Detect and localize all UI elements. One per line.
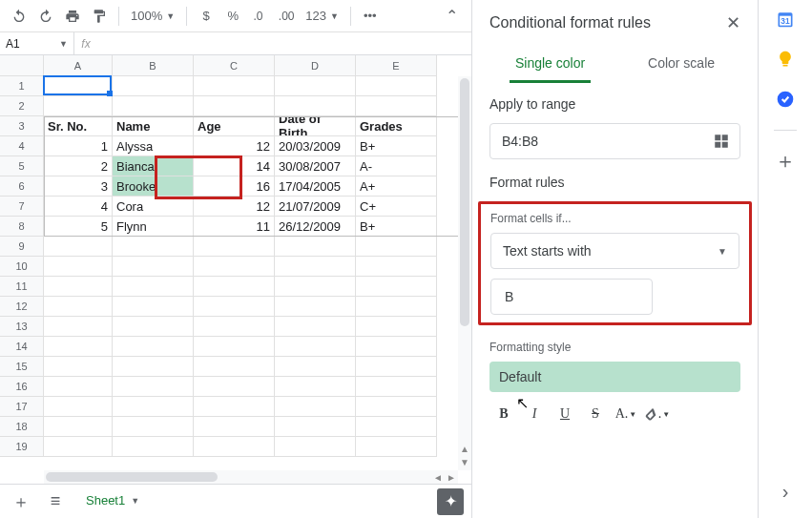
row-header[interactable]: 10 — [0, 257, 44, 277]
cell[interactable]: B+ — [356, 217, 437, 237]
cell[interactable] — [194, 317, 275, 337]
cell[interactable]: A+ — [356, 176, 437, 197]
cell[interactable] — [356, 277, 437, 297]
horizontal-scrollbar[interactable]: ◄► — [44, 470, 458, 484]
cell[interactable]: C+ — [356, 197, 437, 217]
paint-format-button[interactable] — [88, 5, 111, 28]
add-sheet-button[interactable]: ＋ — [8, 488, 34, 515]
cell[interactable] — [113, 357, 194, 377]
cell[interactable] — [113, 417, 194, 437]
cell[interactable]: Flynn — [113, 217, 194, 237]
cell[interactable]: 30/08/2007 — [275, 156, 356, 176]
spreadsheet-grid[interactable]: ABCDE 12345678910111213141516171819 Sr. … — [0, 55, 471, 484]
cell[interactable] — [44, 417, 113, 437]
cell[interactable] — [194, 76, 275, 96]
cell[interactable] — [356, 257, 437, 277]
cell[interactable] — [44, 437, 113, 457]
row-header[interactable]: 18 — [0, 417, 44, 437]
select-range-icon[interactable] — [713, 133, 730, 150]
cell[interactable] — [194, 257, 275, 277]
cell[interactable] — [356, 297, 437, 317]
cell[interactable]: 5 — [44, 217, 113, 237]
cell[interactable] — [44, 277, 113, 297]
italic-button[interactable]: I — [520, 400, 549, 428]
cell[interactable]: Name — [113, 116, 194, 136]
row-header[interactable]: 4 — [0, 136, 44, 156]
cell[interactable] — [275, 96, 356, 116]
hide-rail-button[interactable]: › — [782, 481, 789, 503]
row-header[interactable]: 9 — [0, 237, 44, 257]
cell[interactable] — [356, 357, 437, 377]
row-header[interactable]: 1 — [0, 76, 44, 96]
row-header[interactable]: 7 — [0, 197, 44, 217]
increase-decimal-button[interactable]: .00 — [275, 5, 298, 28]
cell[interactable] — [113, 317, 194, 337]
undo-button[interactable] — [8, 5, 31, 28]
cell[interactable] — [194, 337, 275, 357]
column-header[interactable]: D — [275, 55, 356, 76]
cell[interactable]: 4 — [44, 197, 113, 217]
cell[interactable] — [194, 417, 275, 437]
cell[interactable] — [44, 96, 113, 116]
more-formats-dropdown[interactable]: 123▼ — [302, 9, 343, 23]
cell[interactable] — [194, 357, 275, 377]
cell[interactable] — [44, 357, 113, 377]
cell[interactable] — [113, 257, 194, 277]
cell[interactable]: Cora — [113, 197, 194, 217]
zoom-dropdown[interactable]: 100%▼ — [127, 9, 178, 23]
cell[interactable]: Sr. No. — [44, 116, 113, 136]
cell[interactable]: 26/12/2009 — [275, 217, 356, 237]
cell[interactable] — [275, 377, 356, 397]
cell[interactable]: 11 — [194, 217, 275, 237]
cell[interactable] — [44, 76, 113, 96]
range-input[interactable] — [489, 123, 740, 159]
row-header[interactable]: 3 — [0, 116, 44, 136]
cell[interactable] — [113, 237, 194, 257]
cell[interactable] — [356, 397, 437, 417]
style-preview[interactable]: Default — [489, 362, 740, 392]
cell[interactable] — [113, 297, 194, 317]
row-header[interactable]: 8 — [0, 217, 44, 237]
cell[interactable] — [113, 277, 194, 297]
text-color-button[interactable]: A.▼ — [612, 400, 640, 428]
row-header[interactable]: 15 — [0, 357, 44, 377]
underline-button[interactable]: U — [551, 400, 579, 428]
column-header[interactable]: B — [113, 55, 194, 76]
cell[interactable] — [356, 76, 437, 96]
cell[interactable] — [44, 377, 113, 397]
cell[interactable] — [356, 237, 437, 257]
cell[interactable]: B+ — [356, 136, 437, 156]
cell[interactable] — [113, 96, 194, 116]
cell[interactable]: Date of Birth — [275, 116, 356, 136]
print-button[interactable] — [61, 5, 84, 28]
formula-bar[interactable] — [97, 32, 471, 54]
cell[interactable]: 16 — [194, 176, 275, 197]
row-header[interactable]: 13 — [0, 317, 44, 337]
cell[interactable] — [194, 237, 275, 257]
condition-value-input[interactable] — [490, 279, 653, 315]
cell[interactable] — [356, 437, 437, 457]
more-toolbar-button[interactable]: ••• — [359, 5, 382, 28]
cell[interactable] — [44, 397, 113, 417]
tasks-icon[interactable] — [776, 90, 795, 109]
sheet-tab[interactable]: Sheet1▼ — [76, 487, 149, 515]
cell[interactable] — [356, 417, 437, 437]
cell[interactable] — [275, 337, 356, 357]
cell[interactable] — [275, 417, 356, 437]
cell[interactable]: 1 — [44, 136, 113, 156]
row-header[interactable]: 2 — [0, 96, 44, 116]
cell[interactable] — [113, 337, 194, 357]
percent-button[interactable]: % — [221, 5, 244, 28]
vertical-scrollbar[interactable]: ▲▼ — [458, 76, 471, 470]
strikethrough-button[interactable]: S — [581, 400, 610, 428]
cell[interactable] — [44, 237, 113, 257]
cell[interactable] — [275, 257, 356, 277]
cell[interactable] — [356, 337, 437, 357]
cell[interactable] — [275, 397, 356, 417]
cell[interactable] — [356, 96, 437, 116]
add-addon-button[interactable]: ＋ — [776, 152, 795, 171]
bold-button[interactable]: B — [489, 400, 518, 428]
row-header[interactable]: 17 — [0, 397, 44, 417]
cell[interactable] — [194, 377, 275, 397]
name-box[interactable]: A1▼ — [0, 32, 74, 54]
